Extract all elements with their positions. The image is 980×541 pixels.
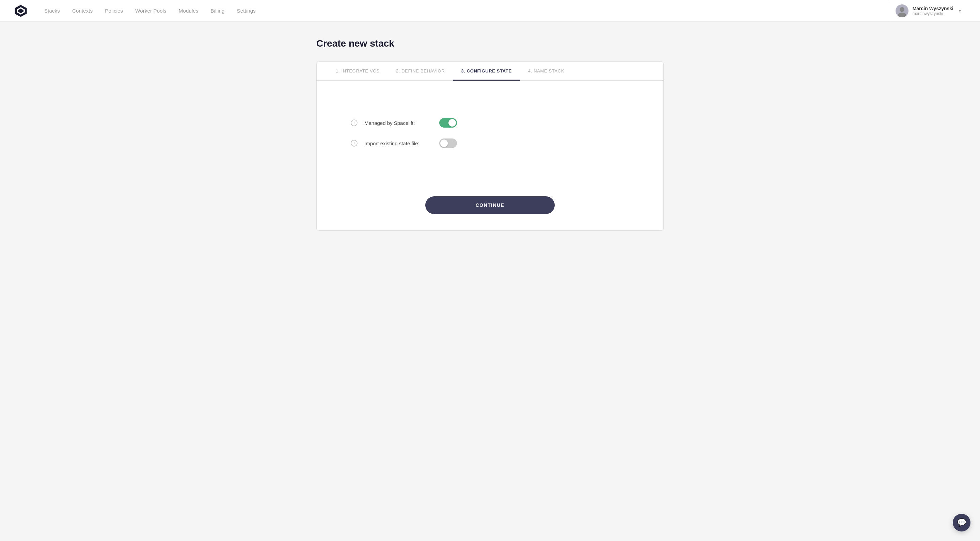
avatar (896, 5, 908, 17)
tab-integrate-vcs[interactable]: 1. INTEGRATE VCS (328, 62, 388, 80)
user-menu[interactable]: Marcin Wyszynski marcinwyszynski ▾ (890, 2, 966, 20)
import-state-toggle[interactable] (439, 138, 457, 148)
nav-worker-pools[interactable]: Worker Pools (135, 8, 167, 14)
svg-text:i: i (353, 121, 355, 125)
form-fields: i Managed by Spacelift: i (351, 118, 457, 159)
header: Stacks Contexts Policies Worker Pools Mo… (0, 0, 980, 22)
page-title: Create new stack (317, 38, 663, 49)
main-nav: Stacks Contexts Policies Worker Pools Mo… (44, 8, 890, 14)
tab-configure-state[interactable]: 3. CONFIGURE STATE (453, 62, 520, 80)
import-toggle-slider (439, 138, 457, 148)
user-handle: marcinwyszynski (913, 11, 953, 16)
managed-info-icon[interactable]: i (351, 119, 358, 126)
chat-button[interactable]: 💬 (953, 514, 970, 531)
import-state-row: i Import existing state file: (351, 138, 457, 148)
chat-icon: 💬 (957, 518, 966, 527)
main-content: Create new stack 1. INTEGRATE VCS 2. DEF… (303, 22, 677, 247)
card-body: i Managed by Spacelift: i (317, 81, 663, 196)
svg-text:i: i (353, 141, 355, 146)
user-name: Marcin Wyszynski (913, 6, 953, 11)
logo[interactable] (14, 4, 28, 18)
tab-name-stack[interactable]: 4. NAME STACK (520, 62, 573, 80)
nav-stacks[interactable]: Stacks (44, 8, 60, 14)
continue-button[interactable]: CONTINUE (425, 196, 555, 214)
wizard-card: 1. INTEGRATE VCS 2. DEFINE BEHAVIOR 3. C… (317, 61, 663, 231)
import-info-icon[interactable]: i (351, 140, 358, 147)
nav-policies[interactable]: Policies (105, 8, 123, 14)
nav-modules[interactable]: Modules (179, 8, 199, 14)
card-footer: CONTINUE (317, 196, 663, 230)
chevron-down-icon: ▾ (959, 8, 961, 13)
managed-by-spacelift-label: Managed by Spacelift: (364, 120, 433, 126)
nav-settings[interactable]: Settings (237, 8, 256, 14)
tab-define-behavior[interactable]: 2. DEFINE BEHAVIOR (388, 62, 453, 80)
import-state-label: Import existing state file: (364, 141, 433, 146)
nav-billing[interactable]: Billing (211, 8, 225, 14)
svg-point-4 (900, 7, 904, 12)
managed-by-spacelift-row: i Managed by Spacelift: (351, 118, 457, 128)
managed-by-spacelift-toggle[interactable] (439, 118, 457, 128)
nav-contexts[interactable]: Contexts (72, 8, 92, 14)
managed-toggle-slider (439, 118, 457, 128)
user-info: Marcin Wyszynski marcinwyszynski (913, 6, 953, 16)
wizard-tabs: 1. INTEGRATE VCS 2. DEFINE BEHAVIOR 3. C… (317, 62, 663, 81)
